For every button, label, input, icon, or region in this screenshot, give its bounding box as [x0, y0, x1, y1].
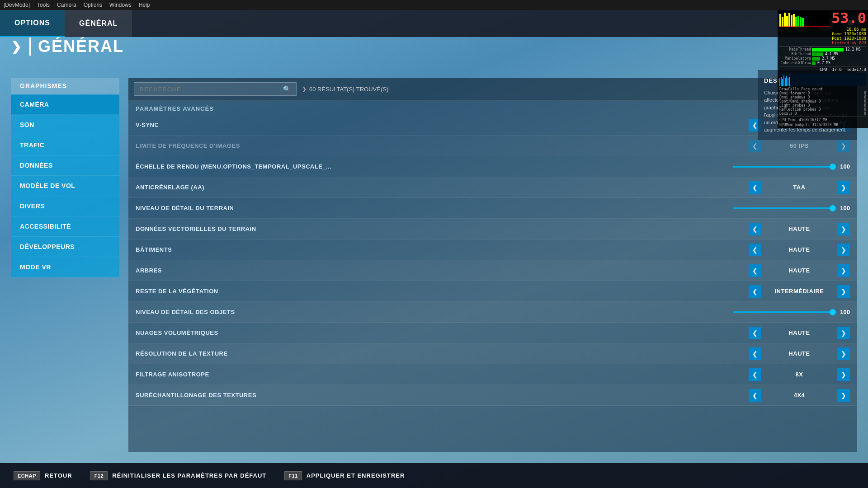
menu-bar: [DevMode] Tools Camera Options Windows H… — [0, 0, 868, 10]
escape-key-badge: ECHAP — [14, 471, 40, 480]
terrain-detail-value: 100 — [836, 205, 850, 211]
render-scale-value: 100 — [836, 163, 850, 170]
setting-label-vector-data: DONNÉES VECTORIELLES DU TERRAIN — [136, 225, 732, 232]
table-row: NIVEAU DE DÉTAIL DES OBJETS 100 — [128, 302, 857, 323]
sidebar-header: GRAPHISMES — [11, 78, 119, 94]
perf-post-res: Post 868×488 — [779, 36, 866, 41]
search-icon: 🔍 — [283, 85, 291, 93]
vector-data-next-button[interactable]: ❯ — [837, 223, 850, 235]
search-wrapper[interactable]: 🔍 — [134, 82, 297, 96]
terrain-detail-slider[interactable] — [733, 207, 833, 209]
menu-options[interactable]: Options — [84, 2, 102, 8]
sidebar-item-camera[interactable]: CAMÉRA — [11, 94, 119, 115]
setting-control-buildings: ❮ HAUTE ❯ — [732, 244, 850, 256]
obj-detail-slider[interactable] — [733, 311, 833, 313]
aa-value: TAA — [763, 184, 835, 191]
setting-control-texture-res: ❮ HAUTE ❯ — [732, 347, 850, 360]
page-header: ❯ GÉNÉRAL — [11, 37, 124, 56]
clouds-prev-button[interactable]: ❮ — [749, 327, 761, 339]
vegetation-value: INTERMÉDIAIRE — [763, 288, 835, 295]
vector-data-prev-button[interactable]: ❮ — [749, 223, 761, 235]
setting-control-anisotropic: ❮ 8X ❯ — [732, 368, 850, 381]
sidebar-item-divers[interactable]: DIVERS — [11, 196, 119, 216]
anisotropic-value: 8X — [763, 371, 835, 378]
supersampling-next-button[interactable]: ❯ — [837, 389, 850, 402]
setting-label-clouds: NUAGES VOLUMÉTRIQUES — [136, 329, 732, 336]
vegetation-prev-button[interactable]: ❮ — [749, 285, 761, 298]
buildings-prev-button[interactable]: ❮ — [749, 244, 761, 256]
setting-control-trees: ❮ HAUTE ❯ — [732, 264, 850, 277]
table-row: ÉCHELLE DE RENDU (MENU.OPTIONS_TEMPORAL_… — [128, 156, 857, 177]
buildings-next-button[interactable]: ❯ — [837, 244, 850, 256]
setting-label-obj-detail: NIVEAU DE DÉTAIL DES OBJETS — [136, 309, 732, 315]
table-row: ARBRES ❮ HAUTE ❯ — [128, 260, 857, 281]
setting-control-vegetation: ❮ INTERMÉDIAIRE ❯ — [732, 285, 850, 298]
table-row: NIVEAU DE DÉTAIL DU TERRAIN 100 — [128, 198, 857, 219]
content-panel: 🔍 ❯ 60 RÉSULTAT(S) TROUVÉ(S) PARAMÈTRES … — [128, 78, 857, 452]
sidebar-item-son[interactable]: SON — [11, 115, 119, 135]
perf-game-res: Game 868×488 — [779, 32, 866, 36]
tab-options[interactable]: OPTIONS — [0, 10, 65, 37]
anisotropic-prev-button[interactable]: ❮ — [749, 368, 761, 381]
aa-prev-button[interactable]: ❮ — [749, 181, 761, 194]
anisotropic-next-button[interactable]: ❯ — [837, 368, 850, 381]
render-scale-slider[interactable] — [733, 166, 833, 168]
settings-list: V-SYNC ❮ DÉSACTIVÉ(E) ❯ LIMITE DE FRÉQUE… — [128, 115, 857, 452]
f12-button[interactable]: F12 RÉINITIALISER LES PARAMÈTRES PAR DÉF… — [90, 471, 267, 480]
menu-tools[interactable]: Tools — [37, 2, 50, 8]
table-row: FILTRAGE ANISOTROPE ❮ 8X ❯ — [128, 364, 857, 385]
sidebar-item-trafic[interactable]: TRAFIC — [11, 135, 119, 155]
search-input[interactable] — [140, 86, 279, 93]
texture-res-value: HAUTE — [763, 350, 835, 357]
sidebar-item-mode-vr[interactable]: MODE VR — [11, 257, 119, 277]
vegetation-next-button[interactable]: ❯ — [837, 285, 850, 298]
table-row: ANTICRÉNELAGE (AA) ❮ TAA ❯ — [128, 177, 857, 198]
setting-control-terrain-detail: 100 — [732, 205, 850, 211]
perf-ms: 18.86 ms — [779, 27, 866, 32]
trees-prev-button[interactable]: ❮ — [749, 264, 761, 277]
setting-label-vsync: V-SYNC — [136, 122, 732, 128]
menu-devmode[interactable]: [DevMode] — [4, 2, 30, 8]
escape-button[interactable]: ECHAP RETOUR — [14, 471, 72, 480]
setting-label-vegetation: RESTE DE LA VÉGÉTATION — [136, 288, 732, 295]
clouds-next-button[interactable]: ❯ — [837, 327, 850, 339]
setting-label-aa: ANTICRÉNELAGE (AA) — [136, 184, 732, 191]
sidebar-item-developpeurs[interactable]: DÉVELOPPEURS — [11, 237, 119, 257]
texture-res-prev-button[interactable]: ❮ — [749, 347, 761, 360]
perf-limit: Limited by GPU — [779, 41, 866, 45]
sidebar: GRAPHISMES CAMÉRA SON TRAFIC DONNÉES MOD… — [11, 78, 119, 452]
sidebar-item-modele-vol[interactable]: MODÈLE DE VOL — [11, 176, 119, 196]
f11-button[interactable]: F11 APPLIQUER ET ENREGISTRER — [284, 471, 405, 480]
page-arrow-icon: ❯ — [11, 39, 22, 54]
retour-label: RETOUR — [45, 472, 72, 479]
menu-help[interactable]: Help — [139, 2, 150, 8]
buildings-value: HAUTE — [763, 246, 835, 253]
aa-next-button[interactable]: ❯ — [837, 181, 850, 194]
texture-res-next-button[interactable]: ❯ — [837, 347, 850, 360]
menu-windows[interactable]: Windows — [109, 2, 132, 8]
setting-control-obj-detail: 100 — [732, 309, 850, 315]
search-bar: 🔍 ❯ 60 RÉSULTAT(S) TROUVÉ(S) — [128, 78, 857, 101]
tab-general[interactable]: GÉNÉRAL — [65, 10, 132, 37]
setting-label-anisotropic: FILTRAGE ANISOTROPE — [136, 371, 732, 378]
fps-counter: 53.0 — [831, 11, 866, 25]
table-row: LIMITE DE FRÉQUENCE D'IMAGES ❮ 60 IPS ❯ — [128, 136, 857, 156]
section-heading: PARAMÈTRES AVANCÉS — [128, 101, 857, 115]
table-row: BÂTIMENTS ❮ HAUTE ❯ — [128, 239, 857, 260]
cpu-mem: CPU Mem: 4568/16317 MB — [779, 118, 866, 122]
sidebar-item-donnees[interactable]: DONNÉES — [11, 155, 119, 176]
main-content: GRAPHISMES CAMÉRA SON TRAFIC DONNÉES MOD… — [0, 37, 868, 461]
supersampling-prev-button[interactable]: ❮ — [749, 389, 761, 402]
setting-control-clouds: ❮ HAUTE ❯ — [732, 327, 850, 339]
sidebar-item-accessibilite[interactable]: ACCESSIBILITÉ — [11, 216, 119, 237]
table-row: NUAGES VOLUMÉTRIQUES ❮ HAUTE ❯ — [128, 323, 857, 343]
reset-label: RÉINITIALISER LES PARAMÈTRES PAR DÉFAUT — [112, 472, 266, 479]
setting-control-vector-data: ❮ HAUTE ❯ — [732, 223, 850, 235]
setting-label-supersampling: SURÉCHANTILLONAGE DES TEXTURES — [136, 392, 732, 399]
f12-key-badge: F12 — [90, 471, 108, 480]
table-row: SURÉCHANTILLONAGE DES TEXTURES ❮ 4X4 ❯ — [128, 385, 857, 406]
vector-data-value: HAUTE — [763, 225, 835, 232]
trees-next-button[interactable]: ❯ — [837, 264, 850, 277]
trees-value: HAUTE — [763, 267, 835, 274]
menu-camera[interactable]: Camera — [57, 2, 76, 8]
